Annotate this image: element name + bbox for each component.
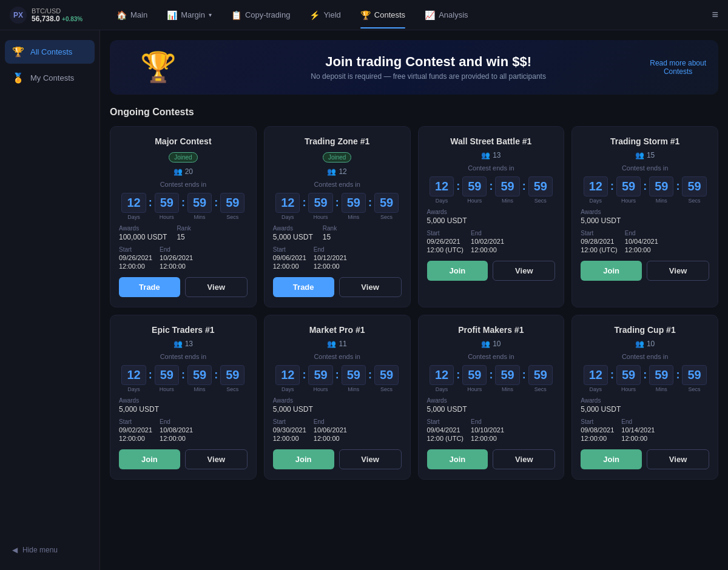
banner: 🏆 Join trading Contest and win $$! No de… bbox=[110, 40, 718, 95]
view-button[interactable]: View bbox=[185, 449, 248, 469]
contest-card: Epic Traders #1 👥 13 Contest ends in 12 … bbox=[110, 315, 257, 480]
participants-icon: 👥 bbox=[327, 340, 336, 348]
countdown-separator: : bbox=[149, 196, 152, 209]
join-button[interactable]: Join bbox=[119, 449, 180, 469]
hide-menu-button[interactable]: ◀ Hide menu bbox=[5, 540, 95, 560]
nav-item-analysis[interactable]: 📈 Analysis bbox=[416, 7, 476, 24]
view-button[interactable]: View bbox=[647, 449, 709, 469]
countdown-days-block: 12 Days bbox=[275, 193, 300, 220]
chevron-down-icon: ▾ bbox=[209, 12, 212, 18]
nav-label-main: Main bbox=[130, 10, 147, 19]
end-label: End bbox=[621, 418, 655, 425]
countdown-days: 12 bbox=[430, 365, 454, 385]
nav-item-contests[interactable]: 🏆 Contests bbox=[352, 7, 414, 24]
view-button[interactable]: View bbox=[339, 277, 402, 297]
analysis-icon: 📈 bbox=[425, 10, 435, 20]
participants-icon: 👥 bbox=[481, 151, 490, 159]
banner-text: Join trading Contest and win $$! No depo… bbox=[207, 54, 650, 81]
start-date: 09/08/2021 bbox=[581, 426, 614, 434]
start-date: 09/02/2021 bbox=[119, 426, 152, 434]
ends-in-label: Contest ends in bbox=[581, 164, 709, 172]
join-button[interactable]: Join bbox=[427, 261, 488, 281]
view-button[interactable]: View bbox=[493, 449, 555, 469]
awards-info: Awards 5,000 USDT bbox=[427, 209, 467, 225]
my-contests-icon: 🏅 bbox=[12, 72, 24, 84]
awards-info: Awards 5,000 USDT bbox=[427, 397, 467, 414]
nav-item-main[interactable]: 🏠 Main bbox=[108, 7, 156, 24]
card-title: Trading Storm #1 bbox=[581, 136, 709, 146]
end-date: 10/02/2021 bbox=[471, 238, 504, 245]
participants: 👥 15 bbox=[581, 151, 709, 159]
nav-label-margin: Margin bbox=[181, 10, 205, 19]
join-button[interactable]: Join bbox=[581, 449, 642, 469]
countdown-secs: 59 bbox=[682, 176, 706, 196]
countdown-separator3: : bbox=[368, 369, 372, 381]
banner-subtitle: No deposit is required — free virtual fu… bbox=[207, 72, 650, 81]
countdown-secs-block: 59 Secs bbox=[528, 176, 553, 204]
join-button[interactable]: Join bbox=[427, 449, 488, 469]
countdown-secs: 59 bbox=[682, 365, 706, 385]
rank-info: Rank 15 bbox=[323, 225, 337, 241]
countdown-separator2: : bbox=[181, 369, 185, 381]
nav-item-margin[interactable]: 📊 Margin ▾ bbox=[158, 7, 220, 24]
joined-badge: Joined bbox=[169, 152, 197, 163]
participants-icon: 👥 bbox=[174, 340, 183, 348]
countdown-secs-block: 59 Secs bbox=[528, 365, 553, 392]
sidebar-item-my-contests[interactable]: 🏅 My Contests bbox=[5, 66, 95, 90]
join-button[interactable]: Join bbox=[273, 449, 334, 469]
ends-in-label: Contest ends in bbox=[427, 164, 556, 172]
start-label: Start bbox=[119, 418, 152, 425]
end-date-item: End 10/10/2021 12:00:00 bbox=[471, 418, 504, 442]
main-layout: 🏆 All Contests 🏅 My Contests ◀ Hide menu… bbox=[0, 30, 728, 570]
countdown-secs: 59 bbox=[528, 365, 553, 385]
start-date-item: Start 09/04/2021 12:00 (UTC) bbox=[427, 418, 464, 442]
start-date-item: Start 09/06/2021 12:00:00 bbox=[273, 246, 306, 270]
card-title: Major Contest bbox=[119, 136, 248, 146]
nav-item-yield[interactable]: ⚡ Yield bbox=[301, 7, 349, 24]
end-date: 10/26/2021 bbox=[160, 254, 193, 261]
view-button[interactable]: View bbox=[185, 277, 248, 297]
countdown-separator3: : bbox=[522, 369, 526, 381]
hamburger-menu[interactable]: ≡ bbox=[712, 8, 718, 21]
view-button[interactable]: View bbox=[339, 449, 402, 469]
view-button[interactable]: View bbox=[493, 261, 555, 281]
countdown-hours: 59 bbox=[308, 193, 332, 213]
ends-in-label: Contest ends in bbox=[427, 353, 556, 360]
secs-label: Secs bbox=[226, 214, 238, 220]
end-label: End bbox=[160, 246, 193, 253]
view-button[interactable]: View bbox=[647, 261, 709, 281]
start-date: 09/26/2021 bbox=[427, 238, 464, 245]
countdown-separator2: : bbox=[335, 369, 339, 381]
countdown-hours-block: 59 Hours bbox=[462, 365, 487, 392]
countdown-hours-block: 59 Hours bbox=[462, 176, 487, 204]
trade-button[interactable]: Trade bbox=[273, 277, 334, 297]
join-button[interactable]: Join bbox=[581, 261, 642, 281]
start-label: Start bbox=[581, 418, 614, 425]
read-more-link[interactable]: Read more aboutContests bbox=[650, 59, 706, 76]
nav-label-yield: Yield bbox=[323, 10, 340, 19]
sidebar-items: 🏆 All Contests 🏅 My Contests bbox=[5, 40, 95, 90]
nav-item-copy-trading[interactable]: 📋 Copy-trading bbox=[223, 7, 298, 24]
mins-label: Mins bbox=[502, 198, 513, 204]
copy-trading-icon: 📋 bbox=[231, 10, 241, 20]
logo-area: PX BTC/USD 56,738.0 +0.83% bbox=[10, 7, 89, 24]
countdown-separator3: : bbox=[522, 180, 526, 193]
awards-label: Awards bbox=[581, 397, 621, 404]
secs-label: Secs bbox=[688, 386, 700, 392]
start-label: Start bbox=[273, 418, 306, 425]
participants: 👥 11 bbox=[273, 340, 402, 348]
countdown-hours: 59 bbox=[616, 176, 641, 196]
countdown-days-block: 12 Days bbox=[584, 176, 608, 204]
ends-in-label: Contest ends in bbox=[581, 353, 709, 360]
participants: 👥 10 bbox=[427, 340, 556, 348]
start-date: 09/06/2021 bbox=[273, 254, 306, 261]
banner-read-more: Read more aboutContests bbox=[650, 59, 706, 76]
sidebar-item-all-contests[interactable]: 🏆 All Contests bbox=[5, 40, 95, 64]
participants: 👥 12 bbox=[273, 167, 402, 176]
trade-button[interactable]: Trade bbox=[119, 277, 180, 297]
start-date-item: Start 09/02/2021 12:00:00 bbox=[119, 418, 152, 442]
secs-label: Secs bbox=[226, 386, 238, 392]
countdown-hours: 59 bbox=[155, 193, 179, 213]
countdown-days: 12 bbox=[275, 193, 300, 213]
awards-value: 5,000 USDT bbox=[273, 233, 313, 241]
